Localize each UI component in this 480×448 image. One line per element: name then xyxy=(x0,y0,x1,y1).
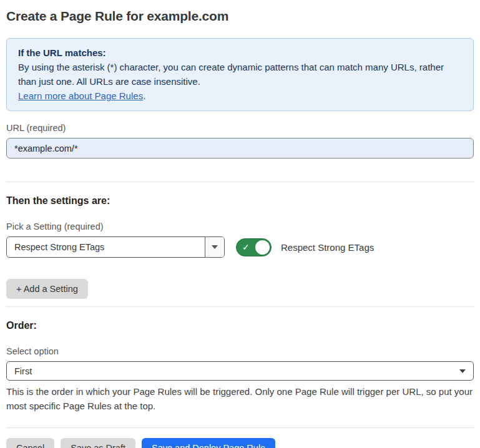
order-help-text: This is the order in which your Page Rul… xyxy=(6,384,474,413)
save-deploy-button[interactable]: Save and Deploy Page Rule xyxy=(142,438,275,448)
section-divider xyxy=(6,182,474,182)
order-heading: Order: xyxy=(6,320,474,331)
toggle-label: Respect Strong ETags xyxy=(281,242,374,253)
save-draft-button[interactable]: Save as Draft xyxy=(61,438,135,448)
setting-select-value: Respect Strong ETags xyxy=(7,237,205,257)
setting-select[interactable]: Respect Strong ETags xyxy=(6,236,225,258)
chevron-down-icon xyxy=(212,245,218,249)
callout-heading: If the URL matches: xyxy=(18,46,462,60)
chevron-down-icon xyxy=(459,369,466,373)
footer-divider xyxy=(6,427,474,428)
section-divider xyxy=(6,306,474,307)
learn-more-link[interactable]: Learn more about Page Rules xyxy=(18,90,143,101)
settings-heading: Then the settings are: xyxy=(6,195,474,207)
page-title: Create a Page Rule for example.com xyxy=(6,9,474,24)
setting-select-arrow-button[interactable] xyxy=(205,237,224,257)
link-suffix: . xyxy=(143,90,145,101)
callout-body: By using the asterisk (*) character, you… xyxy=(18,60,462,89)
add-setting-button[interactable]: + Add a Setting xyxy=(6,279,88,299)
setting-picker-label: Pick a Setting (required) xyxy=(6,222,474,231)
setting-row: Respect Strong ETags ✓ Respect Strong ET… xyxy=(6,236,474,258)
order-select-label: Select option xyxy=(6,346,474,356)
cancel-button[interactable]: Cancel xyxy=(6,438,54,448)
toggle-knob xyxy=(255,240,270,255)
check-icon: ✓ xyxy=(242,243,250,251)
callout-link-line: Learn more about Page Rules. xyxy=(18,89,462,103)
url-match-callout: If the URL matches: By using the asteris… xyxy=(6,38,474,111)
url-input[interactable] xyxy=(6,138,474,158)
setting-toggle[interactable]: ✓ xyxy=(236,238,272,256)
footer-actions: Cancel Save as Draft Save and Deploy Pag… xyxy=(6,438,474,448)
url-field-label: URL (required) xyxy=(6,123,474,133)
order-select-value: First xyxy=(14,366,32,376)
order-select[interactable]: First xyxy=(6,361,474,381)
